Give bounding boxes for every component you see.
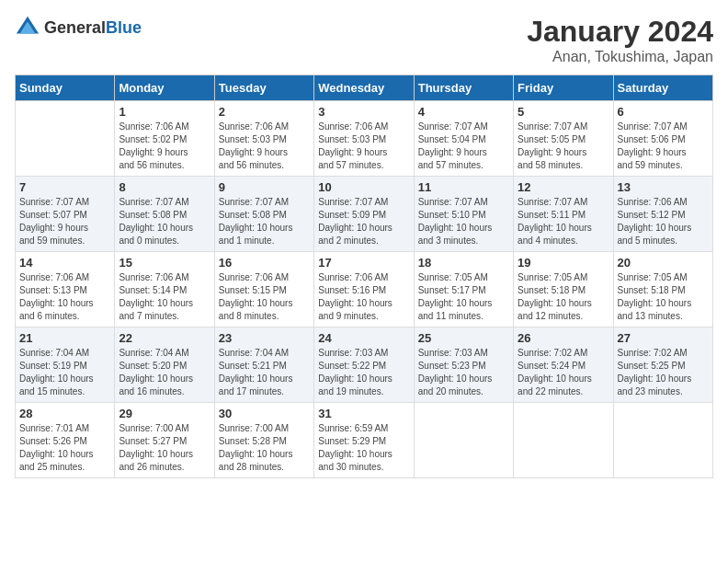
day-number: 25 — [418, 331, 509, 345]
calendar-day-cell: 16Sunrise: 7:06 AM Sunset: 5:15 PM Dayli… — [214, 252, 313, 327]
day-info: Sunrise: 7:03 AM Sunset: 5:22 PM Dayligh… — [318, 347, 409, 398]
calendar-day-cell: 22Sunrise: 7:04 AM Sunset: 5:20 PM Dayli… — [115, 327, 214, 403]
day-info: Sunrise: 7:07 AM Sunset: 5:05 PM Dayligh… — [518, 121, 609, 172]
day-number: 14 — [19, 256, 110, 270]
day-info: Sunrise: 7:06 AM Sunset: 5:03 PM Dayligh… — [219, 121, 310, 172]
calendar-week-row: 28Sunrise: 7:01 AM Sunset: 5:26 PM Dayli… — [16, 403, 713, 478]
day-number: 29 — [119, 407, 210, 420]
calendar-day-cell: 26Sunrise: 7:02 AM Sunset: 5:24 PM Dayli… — [514, 327, 613, 403]
calendar-week-row: 14Sunrise: 7:06 AM Sunset: 5:13 PM Dayli… — [16, 252, 713, 327]
calendar-week-row: 1Sunrise: 7:06 AM Sunset: 5:02 PM Daylig… — [16, 101, 713, 177]
day-number: 9 — [219, 180, 310, 194]
day-number: 20 — [618, 256, 709, 270]
day-info: Sunrise: 7:02 AM Sunset: 5:24 PM Dayligh… — [518, 347, 609, 398]
calendar-day-cell: 8Sunrise: 7:07 AM Sunset: 5:08 PM Daylig… — [115, 177, 214, 252]
calendar-day-cell: 21Sunrise: 7:04 AM Sunset: 5:19 PM Dayli… — [16, 327, 115, 403]
day-info: Sunrise: 7:07 AM Sunset: 5:09 PM Dayligh… — [318, 196, 409, 247]
weekday-row: SundayMondayTuesdayWednesdayThursdayFrid… — [16, 75, 713, 101]
day-info: Sunrise: 7:04 AM Sunset: 5:19 PM Dayligh… — [19, 347, 110, 398]
calendar-week-row: 21Sunrise: 7:04 AM Sunset: 5:19 PM Dayli… — [16, 327, 713, 403]
day-number: 26 — [518, 331, 609, 345]
weekday-header: Thursday — [414, 75, 513, 101]
logo-text: GeneralBlue — [44, 18, 142, 38]
day-number: 11 — [418, 180, 509, 194]
day-number: 31 — [318, 407, 409, 420]
logo-blue: Blue — [106, 18, 142, 37]
logo-general: General — [44, 18, 106, 37]
calendar-day-cell — [414, 403, 513, 478]
day-info: Sunrise: 7:07 AM Sunset: 5:04 PM Dayligh… — [418, 121, 509, 172]
calendar-day-cell: 19Sunrise: 7:05 AM Sunset: 5:18 PM Dayli… — [514, 252, 613, 327]
day-number: 2 — [219, 105, 310, 119]
calendar-day-cell: 12Sunrise: 7:07 AM Sunset: 5:11 PM Dayli… — [514, 177, 613, 252]
location-title: Anan, Tokushima, Japan — [527, 49, 713, 65]
day-number: 10 — [318, 180, 409, 194]
calendar-day-cell: 4Sunrise: 7:07 AM Sunset: 5:04 PM Daylig… — [414, 101, 513, 177]
day-number: 7 — [19, 180, 110, 194]
calendar-day-cell: 27Sunrise: 7:02 AM Sunset: 5:25 PM Dayli… — [613, 327, 712, 403]
day-info: Sunrise: 7:05 AM Sunset: 5:18 PM Dayligh… — [518, 271, 609, 323]
calendar-day-cell: 24Sunrise: 7:03 AM Sunset: 5:22 PM Dayli… — [314, 327, 414, 403]
day-info: Sunrise: 7:06 AM Sunset: 5:02 PM Dayligh… — [119, 121, 210, 172]
day-info: Sunrise: 7:06 AM Sunset: 5:12 PM Dayligh… — [618, 196, 709, 247]
calendar-day-cell: 30Sunrise: 7:00 AM Sunset: 5:28 PM Dayli… — [214, 403, 313, 478]
calendar-day-cell — [514, 403, 613, 478]
weekday-header: Tuesday — [214, 75, 313, 101]
calendar-day-cell: 3Sunrise: 7:06 AM Sunset: 5:03 PM Daylig… — [314, 101, 414, 177]
day-info: Sunrise: 7:06 AM Sunset: 5:16 PM Dayligh… — [318, 271, 409, 323]
weekday-header: Saturday — [613, 75, 712, 101]
title-area: January 2024 Anan, Tokushima, Japan — [527, 15, 713, 65]
day-info: Sunrise: 7:03 AM Sunset: 5:23 PM Dayligh… — [418, 347, 509, 398]
day-number: 6 — [618, 105, 709, 119]
day-number: 16 — [219, 256, 310, 270]
calendar-day-cell: 1Sunrise: 7:06 AM Sunset: 5:02 PM Daylig… — [115, 101, 214, 177]
weekday-header: Sunday — [16, 75, 115, 101]
calendar-day-cell: 7Sunrise: 7:07 AM Sunset: 5:07 PM Daylig… — [16, 177, 115, 252]
day-info: Sunrise: 6:59 AM Sunset: 5:29 PM Dayligh… — [318, 422, 409, 474]
calendar-day-cell: 28Sunrise: 7:01 AM Sunset: 5:26 PM Dayli… — [16, 403, 115, 478]
calendar-day-cell: 14Sunrise: 7:06 AM Sunset: 5:13 PM Dayli… — [16, 252, 115, 327]
day-number: 27 — [618, 331, 709, 345]
day-info: Sunrise: 7:07 AM Sunset: 5:10 PM Dayligh… — [418, 196, 509, 247]
calendar-day-cell: 6Sunrise: 7:07 AM Sunset: 5:06 PM Daylig… — [613, 101, 712, 177]
day-number: 24 — [318, 331, 409, 345]
day-info: Sunrise: 7:07 AM Sunset: 5:07 PM Dayligh… — [19, 196, 110, 247]
day-number: 1 — [119, 105, 210, 119]
day-info: Sunrise: 7:04 AM Sunset: 5:20 PM Dayligh… — [119, 347, 210, 398]
day-info: Sunrise: 7:04 AM Sunset: 5:21 PM Dayligh… — [219, 347, 310, 398]
calendar-table: SundayMondayTuesdayWednesdayThursdayFrid… — [15, 75, 713, 478]
day-info: Sunrise: 7:00 AM Sunset: 5:28 PM Dayligh… — [219, 422, 310, 474]
calendar-day-cell: 13Sunrise: 7:06 AM Sunset: 5:12 PM Dayli… — [613, 177, 712, 252]
day-info: Sunrise: 7:06 AM Sunset: 5:15 PM Dayligh… — [219, 271, 310, 323]
weekday-header: Wednesday — [314, 75, 414, 101]
day-number: 5 — [518, 105, 609, 119]
day-number: 13 — [618, 180, 709, 194]
day-number: 19 — [518, 256, 609, 270]
day-number: 3 — [318, 105, 409, 119]
day-number: 28 — [19, 407, 110, 420]
day-number: 15 — [119, 256, 210, 270]
day-info: Sunrise: 7:01 AM Sunset: 5:26 PM Dayligh… — [19, 422, 110, 474]
day-number: 18 — [418, 256, 509, 270]
day-number: 22 — [119, 331, 210, 345]
calendar-day-cell — [16, 101, 115, 177]
day-info: Sunrise: 7:07 AM Sunset: 5:08 PM Dayligh… — [119, 196, 210, 247]
calendar-day-cell: 5Sunrise: 7:07 AM Sunset: 5:05 PM Daylig… — [514, 101, 613, 177]
calendar-day-cell: 31Sunrise: 6:59 AM Sunset: 5:29 PM Dayli… — [314, 403, 414, 478]
day-info: Sunrise: 7:06 AM Sunset: 5:14 PM Dayligh… — [119, 271, 210, 323]
calendar-body: 1Sunrise: 7:06 AM Sunset: 5:02 PM Daylig… — [16, 101, 713, 478]
calendar-day-cell: 29Sunrise: 7:00 AM Sunset: 5:27 PM Dayli… — [115, 403, 214, 478]
weekday-header: Monday — [115, 75, 214, 101]
day-info: Sunrise: 7:07 AM Sunset: 5:11 PM Dayligh… — [518, 196, 609, 247]
calendar-day-cell: 23Sunrise: 7:04 AM Sunset: 5:21 PM Dayli… — [214, 327, 313, 403]
calendar-day-cell: 11Sunrise: 7:07 AM Sunset: 5:10 PM Dayli… — [414, 177, 513, 252]
day-number: 21 — [19, 331, 110, 345]
day-number: 12 — [518, 180, 609, 194]
day-info: Sunrise: 7:00 AM Sunset: 5:27 PM Dayligh… — [119, 422, 210, 474]
day-number: 30 — [219, 407, 310, 420]
calendar-day-cell: 17Sunrise: 7:06 AM Sunset: 5:16 PM Dayli… — [314, 252, 414, 327]
day-number: 17 — [318, 256, 409, 270]
logo: GeneralBlue — [15, 15, 142, 40]
logo-icon — [15, 15, 40, 40]
calendar-day-cell: 25Sunrise: 7:03 AM Sunset: 5:23 PM Dayli… — [414, 327, 513, 403]
